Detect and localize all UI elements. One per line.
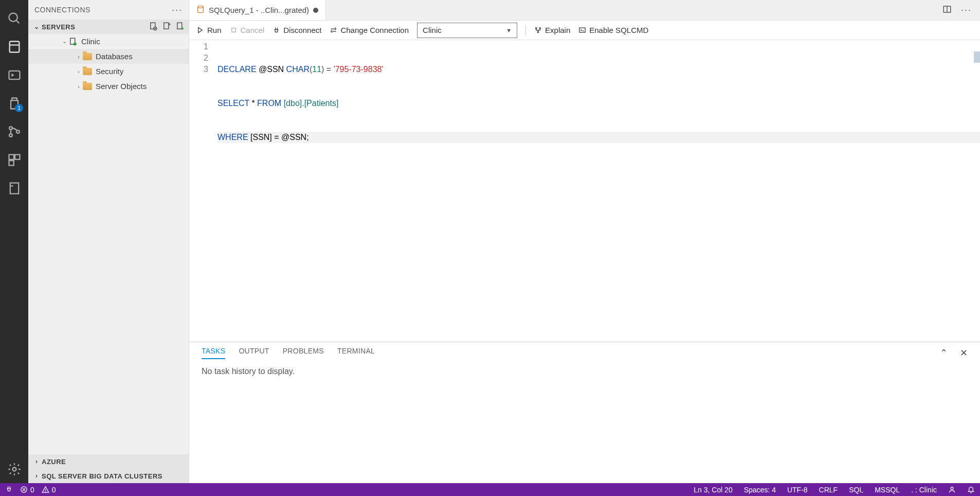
panel-tab-output[interactable]: OUTPUT bbox=[239, 347, 269, 359]
tab-title: SQLQuery_1 - ..Clin...grated) bbox=[209, 6, 309, 14]
tree-server-clinic[interactable]: ⌄ Clinic bbox=[28, 34, 189, 49]
activity-bar: 1 bbox=[0, 0, 28, 483]
explain-button[interactable]: Explain bbox=[534, 26, 570, 34]
tree-label: Databases bbox=[96, 52, 133, 61]
chevron-right-icon: › bbox=[75, 83, 83, 90]
editor-column: SQLQuery_1 - ..Clin...grated) ··· Run Ca… bbox=[189, 0, 980, 483]
connection-value: Clinic bbox=[423, 26, 442, 34]
activity-servers-icon[interactable] bbox=[0, 32, 28, 61]
activity-notebook-icon[interactable] bbox=[0, 174, 28, 202]
sidebar-title-row: CONNECTIONS ··· bbox=[28, 0, 189, 20]
tab-bar: SQLQuery_1 - ..Clin...grated) ··· bbox=[189, 0, 980, 21]
activity-terminal-icon[interactable] bbox=[0, 61, 28, 89]
panel-body: No task history to display. bbox=[189, 364, 980, 483]
dropdown-arrow-icon: ▼ bbox=[506, 27, 512, 33]
azure-label: AZURE bbox=[42, 458, 66, 466]
status-cursor[interactable]: Ln 3, Col 20 bbox=[694, 486, 733, 494]
svg-point-20 bbox=[74, 42, 77, 45]
panel-tab-terminal[interactable]: TERMINAL bbox=[337, 347, 375, 359]
svg-rect-24 bbox=[231, 28, 235, 32]
explain-label: Explain bbox=[545, 26, 570, 34]
chevron-right-icon: › bbox=[75, 54, 83, 60]
connection-dropdown[interactable]: Clinic ▼ bbox=[417, 23, 517, 38]
svg-point-27 bbox=[537, 31, 539, 33]
tree-label: Clinic bbox=[81, 37, 100, 46]
azure-section-header[interactable]: › AZURE bbox=[28, 454, 189, 469]
status-spaces[interactable]: Spaces: 4 bbox=[744, 486, 776, 494]
svg-rect-4 bbox=[9, 70, 20, 79]
change-connection-button[interactable]: Change Connection bbox=[330, 26, 409, 34]
run-button[interactable]: Run bbox=[196, 26, 222, 34]
minimap-indicator[interactable] bbox=[974, 51, 980, 63]
chevron-right-icon: › bbox=[32, 472, 41, 480]
svg-rect-17 bbox=[177, 23, 182, 29]
svg-point-32 bbox=[951, 487, 953, 490]
status-connection[interactable]: . : Clinic bbox=[911, 486, 937, 494]
sql-editor[interactable]: 1 2 3 DECLARE @SSN CHAR(11) = '795-73-98… bbox=[189, 40, 980, 342]
chevron-right-icon: › bbox=[32, 458, 41, 465]
status-errors[interactable]: 0 bbox=[20, 486, 34, 494]
cancel-label: Cancel bbox=[241, 26, 265, 34]
svg-rect-10 bbox=[9, 161, 13, 165]
svg-point-6 bbox=[9, 134, 12, 137]
panel-tab-problems[interactable]: PROBLEMS bbox=[283, 347, 324, 359]
disconnect-button[interactable]: Disconnect bbox=[273, 26, 321, 34]
editor-tab[interactable]: SQLQuery_1 - ..Clin...grated) bbox=[189, 0, 326, 20]
line-number: 3 bbox=[189, 64, 208, 75]
svg-rect-8 bbox=[9, 154, 13, 159]
chevron-down-icon: ⌄ bbox=[60, 38, 68, 45]
status-provider[interactable]: MSSQL bbox=[875, 486, 900, 494]
tree-label: Security bbox=[96, 67, 123, 76]
bottom-panel: TASKS OUTPUT PROBLEMS TERMINAL ⌃ ✕ No ta… bbox=[189, 342, 980, 483]
server-action-icon[interactable] bbox=[175, 22, 185, 32]
status-connection-icon[interactable] bbox=[5, 486, 13, 493]
sidebar-more-icon[interactable]: ··· bbox=[172, 5, 183, 15]
folder-icon bbox=[83, 82, 92, 91]
tab-more-icon[interactable]: ··· bbox=[961, 5, 972, 15]
code-area[interactable]: DECLARE @SSN CHAR(11) = '795-73-9838' SE… bbox=[217, 40, 980, 342]
folder-icon bbox=[83, 67, 92, 76]
servers-section-header[interactable]: ⌄ SERVERS bbox=[28, 20, 189, 34]
svg-point-21 bbox=[198, 6, 204, 8]
panel-tab-tasks[interactable]: TASKS bbox=[202, 347, 225, 359]
bigdata-section-header[interactable]: › SQL SERVER BIG DATA CLUSTERS bbox=[28, 469, 189, 483]
line-gutter: 1 2 3 bbox=[189, 40, 217, 342]
new-connection-icon[interactable] bbox=[149, 22, 158, 32]
activity-badge: 1 bbox=[15, 104, 23, 112]
sqlcmd-button[interactable]: Enable SQLCMD bbox=[578, 26, 648, 34]
cancel-button: Cancel bbox=[230, 26, 265, 34]
change-connection-label: Change Connection bbox=[340, 26, 409, 34]
unsaved-dot-icon bbox=[313, 8, 318, 13]
split-editor-icon[interactable] bbox=[942, 5, 952, 16]
tree-item-security[interactable]: › Security bbox=[28, 64, 189, 79]
activity-search-icon[interactable] bbox=[0, 4, 28, 32]
disconnect-label: Disconnect bbox=[283, 26, 321, 34]
bigdata-label: SQL SERVER BIG DATA CLUSTERS bbox=[42, 472, 162, 480]
panel-collapse-icon[interactable]: ⌃ bbox=[940, 347, 948, 359]
tree-item-server-objects[interactable]: › Server Objects bbox=[28, 79, 189, 94]
status-encoding[interactable]: UTF-8 bbox=[787, 486, 808, 494]
run-label: Run bbox=[207, 26, 222, 34]
svg-point-31 bbox=[45, 491, 46, 492]
tree-item-databases[interactable]: › Databases bbox=[28, 49, 189, 64]
activity-source-control-icon[interactable] bbox=[0, 117, 28, 146]
chevron-right-icon: › bbox=[75, 68, 83, 75]
new-group-icon[interactable] bbox=[162, 22, 171, 32]
status-lang[interactable]: SQL bbox=[849, 486, 863, 494]
status-feedback-icon[interactable] bbox=[948, 486, 956, 493]
activity-explorer-icon[interactable]: 1 bbox=[0, 89, 28, 117]
status-bell-icon[interactable] bbox=[967, 486, 975, 493]
svg-rect-16 bbox=[164, 23, 169, 29]
activity-settings-icon[interactable] bbox=[0, 455, 28, 483]
sidebar-title: CONNECTIONS bbox=[34, 6, 90, 14]
svg-point-7 bbox=[16, 130, 20, 133]
servers-label: SERVERS bbox=[42, 23, 75, 31]
line-number: 1 bbox=[189, 41, 208, 52]
panel-close-icon[interactable]: ✕ bbox=[960, 347, 968, 359]
status-eol[interactable]: CRLF bbox=[819, 486, 838, 494]
status-warnings[interactable]: 0 bbox=[42, 486, 56, 494]
svg-rect-2 bbox=[9, 41, 19, 52]
line-number: 2 bbox=[189, 52, 208, 64]
sqlcmd-label: Enable SQLCMD bbox=[589, 26, 648, 34]
activity-extensions-icon[interactable] bbox=[0, 146, 28, 174]
